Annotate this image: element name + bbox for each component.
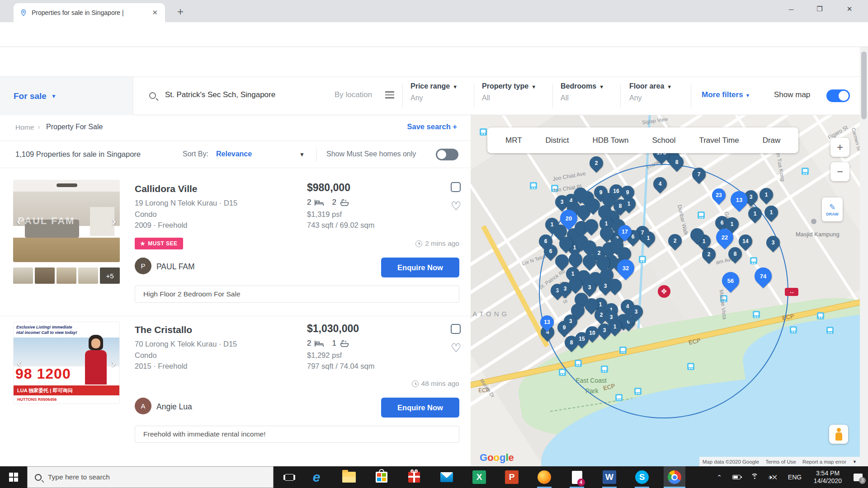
filter-property-type[interactable]: Property type▼ All <box>482 82 536 109</box>
scrollbar-thumb[interactable] <box>861 52 867 119</box>
listing-card[interactable]: PAUL FAM ‹ › +5 Callidora Ville 19 Loron… <box>0 168 471 316</box>
agent-avatar[interactable]: A <box>135 398 151 414</box>
map-center-move-marker[interactable]: ✥ <box>658 285 670 298</box>
taskbar-mail-icon[interactable] <box>436 466 458 488</box>
new-tab-button[interactable]: + <box>177 6 184 17</box>
map-pin[interactable]: 2 <box>665 231 684 250</box>
listing-description[interactable]: High Floor 2 Bedroom For Sale <box>135 286 459 303</box>
taskbar-file-explorer-icon[interactable] <box>338 466 360 488</box>
photo-prev-arrow[interactable]: ‹ <box>17 355 22 371</box>
map-pin[interactable] <box>580 252 599 271</box>
taskbar-excel-icon[interactable]: X <box>468 466 490 488</box>
wifi-icon[interactable] <box>747 466 762 488</box>
tab-close-icon[interactable]: ✕ <box>149 8 160 18</box>
map-pin[interactable]: 1 <box>745 204 764 223</box>
taskbar-store-icon[interactable] <box>371 466 392 488</box>
map-btn-district[interactable]: District <box>534 136 581 145</box>
sort-dropdown[interactable]: Relevance <box>216 150 252 158</box>
sort-chevron-icon[interactable]: ▼ <box>299 151 305 158</box>
search-input[interactable]: St. Patrick's Sec Sch, Singapore <box>165 90 275 99</box>
map-pin[interactable] <box>568 301 587 320</box>
photo-thumbnail[interactable] <box>35 267 55 284</box>
map-pin[interactable]: 13 <box>727 188 751 212</box>
filter-floor-area[interactable]: Floor area▼ Any <box>629 82 672 109</box>
agent-avatar[interactable]: P <box>135 258 151 274</box>
taskbar-powerpoint-icon[interactable]: P <box>501 466 523 488</box>
clock[interactable]: 3:54 PM 14/4/2020 <box>808 466 847 488</box>
listing-photo[interactable]: PAUL FAM ‹ › <box>13 180 120 262</box>
map[interactable]: Joo Chiat AveJoo Chiat PlFrankel StDunba… <box>471 115 860 466</box>
map-zoom-out-button[interactable]: − <box>830 162 849 181</box>
browser-tab[interactable]: Properties for sale in Singapore | ✕ <box>14 3 165 22</box>
breadcrumb-home[interactable]: Home <box>15 123 34 131</box>
map-btn-hdb-town[interactable]: HDB Town <box>580 136 640 145</box>
map-btn-travel-time[interactable]: Travel Time <box>687 136 750 145</box>
task-view-button[interactable] <box>278 466 300 488</box>
taskbar-acrobat-doc-icon[interactable]: 4 <box>566 466 588 488</box>
more-photos-tile[interactable]: +5 <box>100 267 120 284</box>
map-btn-draw[interactable]: Draw <box>751 136 793 145</box>
window-maximize-button[interactable]: ❐ <box>809 0 830 18</box>
must-see-toggle[interactable] <box>436 149 458 160</box>
taskbar-edge-icon[interactable]: e <box>306 466 327 488</box>
radius-resize-handle[interactable]: ↔ <box>785 288 798 296</box>
taskbar-firefox-icon[interactable] <box>533 466 555 488</box>
map-btn-mrt[interactable]: MRT <box>494 136 534 145</box>
breadcrumb-current[interactable]: Property For Sale <box>46 123 103 131</box>
listing-title[interactable]: Callidora Ville <box>135 183 198 194</box>
listing-description[interactable]: Freehold with immediate rental income! <box>135 426 459 443</box>
map-pin[interactable]: 1 <box>761 203 780 222</box>
compare-checkbox[interactable] <box>451 182 461 192</box>
transit-station-icon[interactable] <box>790 326 797 333</box>
map-pin[interactable]: 3 <box>764 233 783 252</box>
location-list-icon[interactable] <box>385 91 394 99</box>
report-map-error-link[interactable]: Report a map error <box>799 459 849 465</box>
tray-expand-chevron[interactable]: ⌃ <box>712 466 726 488</box>
map-pin[interactable]: 7 <box>689 165 708 184</box>
taskbar-gift-app-icon[interactable] <box>403 466 425 488</box>
agent-name[interactable]: Angie Lua <box>156 402 192 412</box>
photo-next-arrow[interactable]: › <box>112 213 116 229</box>
terms-of-use-link[interactable]: Terms of Use <box>762 459 799 465</box>
map-btn-school[interactable]: School <box>640 136 687 145</box>
transit-station-icon[interactable] <box>802 168 809 175</box>
photo-thumbnail[interactable] <box>13 267 33 284</box>
taskbar-chrome-icon[interactable] <box>664 466 685 488</box>
enquire-now-button[interactable]: Enquire Now <box>381 258 459 277</box>
filter-price-range[interactable]: Price range▼ Any <box>410 82 458 109</box>
language-indicator[interactable]: ENG <box>786 466 804 488</box>
by-location-label[interactable]: By location <box>335 90 372 99</box>
transit-station-icon[interactable] <box>817 312 824 319</box>
photo-prev-arrow[interactable]: ‹ <box>17 213 21 229</box>
street-view-pegman-button[interactable] <box>829 425 848 444</box>
listing-title[interactable]: The Cristallo <box>135 324 192 335</box>
listing-photo[interactable]: Exclusive Listing! Immediatental income!… <box>13 322 120 404</box>
volume-muted-icon[interactable]: 🕩✕ <box>765 466 780 488</box>
photo-thumbnail[interactable] <box>57 267 76 284</box>
more-filters-button[interactable]: More filters ▼ <box>702 90 750 99</box>
transit-station-icon[interactable] <box>480 128 487 136</box>
for-sale-dropdown[interactable]: For sale ▼ <box>0 77 133 115</box>
favorite-heart-icon[interactable]: ♡ <box>451 201 461 211</box>
save-search-link[interactable]: Save search + <box>407 122 457 131</box>
map-pin[interactable]: 74 <box>751 264 775 288</box>
map-pin[interactable]: 32 <box>613 256 638 280</box>
enquire-now-button[interactable]: Enquire Now <box>381 398 459 418</box>
agent-name[interactable]: PAUL FAM <box>156 262 195 272</box>
action-center-button[interactable]: 3 <box>849 466 867 488</box>
map-pin[interactable]: 9 <box>554 318 573 337</box>
draw-tool-button[interactable]: ✎ DRAW <box>822 197 843 221</box>
taskbar-skype-icon[interactable]: S <box>631 466 653 488</box>
attribution-expand-icon[interactable]: ▼ <box>849 460 860 464</box>
start-button[interactable] <box>3 466 24 488</box>
taskbar-search[interactable]: Type here to search <box>27 466 274 488</box>
photo-thumbnail[interactable] <box>78 267 98 284</box>
compare-checkbox[interactable] <box>451 324 461 334</box>
map-pin[interactable]: 2 <box>587 154 606 173</box>
map-pin[interactable]: 17 <box>615 222 634 241</box>
filter-bedrooms[interactable]: Bedrooms▼ All <box>561 82 604 109</box>
map-zoom-in-button[interactable]: + <box>830 138 849 157</box>
transit-station-icon[interactable] <box>826 327 834 334</box>
map-pin[interactable]: 1 <box>757 185 776 204</box>
map-pin[interactable] <box>557 234 576 253</box>
